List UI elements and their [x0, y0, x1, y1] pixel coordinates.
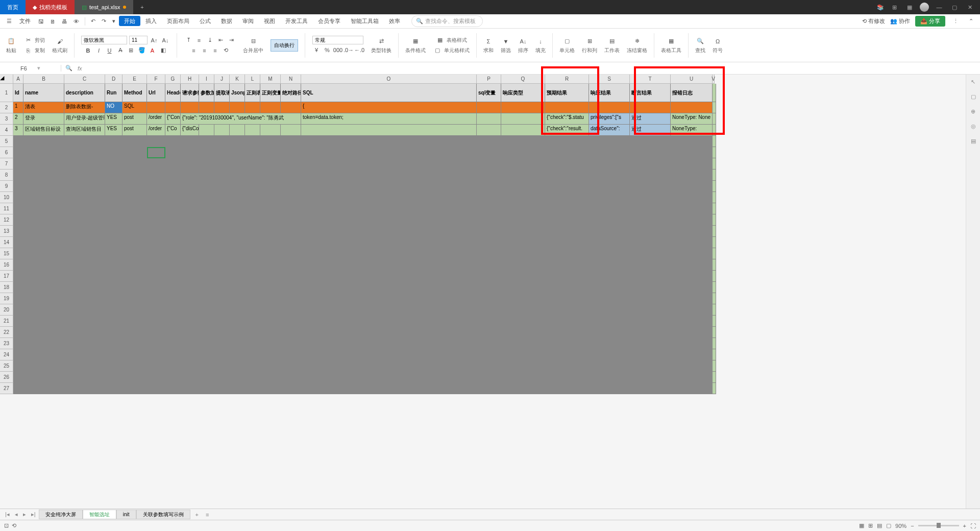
cell[interactable] — [23, 338, 64, 349]
print-icon[interactable]: 🖶 — [59, 16, 70, 27]
cell[interactable] — [713, 338, 716, 349]
cell[interactable] — [245, 338, 260, 349]
cell[interactable]: Jsonpa — [230, 84, 245, 102]
wrap-button[interactable]: 自动换行 — [271, 39, 298, 52]
cell[interactable] — [245, 383, 260, 394]
row-header[interactable]: 20 — [0, 304, 13, 316]
cell[interactable] — [630, 170, 671, 181]
save-as-icon[interactable]: 🗎 — [47, 16, 58, 27]
cell[interactable] — [501, 349, 545, 360]
cell[interactable] — [245, 136, 260, 147]
cell[interactable] — [477, 170, 501, 181]
close-button[interactable]: ✕ — [965, 4, 975, 11]
cell[interactable] — [122, 271, 147, 282]
cell[interactable] — [147, 136, 165, 147]
cell[interactable] — [147, 259, 165, 271]
cell[interactable] — [260, 316, 281, 327]
cell[interactable] — [181, 316, 199, 327]
cell[interactable] — [260, 237, 281, 248]
cell[interactable] — [671, 192, 713, 203]
cell[interactable] — [545, 158, 589, 170]
zoom-slider[interactable] — [918, 525, 959, 526]
symbol-icon[interactable]: Ω — [713, 37, 722, 46]
cell[interactable]: 清表 — [23, 102, 64, 113]
cell[interactable] — [122, 316, 147, 327]
cell[interactable] — [64, 293, 105, 304]
cell[interactable] — [589, 102, 630, 113]
cell[interactable] — [23, 316, 64, 327]
cell[interactable] — [13, 293, 23, 304]
row-header[interactable]: 19 — [0, 293, 13, 304]
cell[interactable] — [165, 372, 181, 383]
row-header[interactable]: 11 — [0, 203, 13, 214]
cell[interactable] — [105, 338, 122, 349]
cell[interactable] — [671, 304, 713, 316]
cell[interactable] — [64, 327, 105, 338]
cell[interactable]: 提取请求 — [214, 84, 230, 102]
cell[interactable] — [245, 259, 260, 271]
cell[interactable] — [23, 259, 64, 271]
cell[interactable] — [105, 304, 122, 316]
cell[interactable] — [589, 282, 630, 293]
cell[interactable] — [181, 338, 199, 349]
align-top-icon[interactable]: ⤒ — [184, 36, 193, 45]
row-header[interactable]: 22 — [0, 327, 13, 338]
cell[interactable] — [13, 316, 23, 327]
tab-templates[interactable]: ◆找稻壳模板 — [26, 0, 75, 14]
cell[interactable] — [105, 327, 122, 338]
cell[interactable] — [301, 170, 477, 181]
cell[interactable]: 3 — [13, 125, 23, 136]
cell[interactable] — [181, 360, 199, 372]
cell[interactable] — [23, 271, 64, 282]
cell[interactable] — [671, 158, 713, 170]
col-header[interactable]: F — [147, 75, 165, 84]
cell[interactable] — [671, 181, 713, 192]
cell[interactable] — [477, 316, 501, 327]
cell[interactable] — [260, 158, 281, 170]
freeze-icon[interactable]: ❄ — [632, 37, 642, 46]
cell[interactable] — [713, 383, 716, 394]
redo-icon[interactable]: ↷ — [99, 16, 109, 27]
zoom-in-button[interactable]: + — [963, 523, 966, 529]
cell[interactable] — [301, 383, 477, 394]
cell[interactable] — [477, 282, 501, 293]
cell[interactable] — [147, 203, 165, 214]
cell[interactable] — [199, 293, 214, 304]
cell[interactable] — [122, 158, 147, 170]
sheet-tab[interactable]: 智能选址 — [83, 510, 116, 519]
cell[interactable] — [501, 147, 545, 158]
cell[interactable] — [230, 158, 245, 170]
cell[interactable] — [214, 102, 230, 113]
changes-indicator[interactable]: ⟲ 有修改 — [862, 17, 885, 25]
cell[interactable] — [214, 360, 230, 372]
cell[interactable] — [230, 125, 245, 136]
col-header[interactable]: U — [671, 75, 713, 84]
cell[interactable] — [477, 383, 501, 394]
cell[interactable] — [477, 360, 501, 372]
cell[interactable] — [122, 147, 147, 158]
cell[interactable] — [165, 237, 181, 248]
sheet-prev-icon[interactable]: ◂ — [13, 511, 20, 518]
cell[interactable]: name — [23, 84, 64, 102]
row-header[interactable]: 12 — [0, 214, 13, 226]
cell[interactable] — [147, 226, 165, 237]
cell[interactable] — [13, 214, 23, 226]
cell[interactable] — [147, 349, 165, 360]
col-header[interactable]: I — [199, 75, 214, 84]
cell[interactable] — [630, 282, 671, 293]
cell[interactable] — [501, 271, 545, 282]
cell[interactable] — [165, 181, 181, 192]
cell[interactable] — [230, 372, 245, 383]
cell[interactable] — [181, 158, 199, 170]
cell[interactable] — [64, 226, 105, 237]
cell[interactable] — [181, 136, 199, 147]
cell[interactable] — [713, 170, 716, 181]
cell[interactable] — [281, 316, 301, 327]
row-header[interactable]: 16 — [0, 259, 13, 271]
cell[interactable] — [630, 271, 671, 282]
cell[interactable] — [501, 282, 545, 293]
cell[interactable] — [477, 271, 501, 282]
cell[interactable] — [260, 170, 281, 181]
cell[interactable] — [630, 259, 671, 271]
cell[interactable] — [122, 226, 147, 237]
